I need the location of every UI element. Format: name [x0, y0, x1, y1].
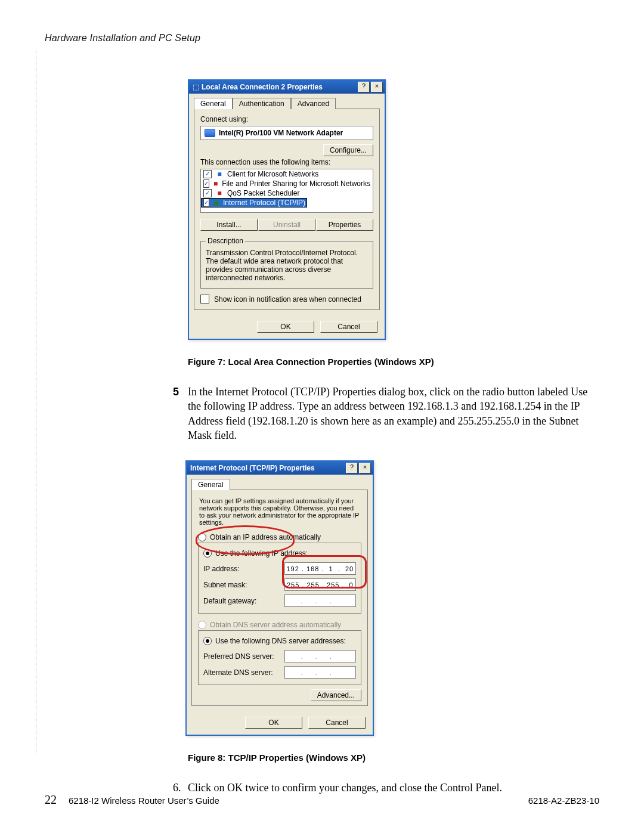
lac-tabpanel: Connect using: Intel(R) Pro/100 VM Netwo… — [194, 109, 380, 310]
tab-authentication[interactable]: Authentication — [233, 98, 291, 109]
radio-use-ip-row[interactable]: Use the following IP address: — [203, 548, 356, 559]
tcpip-ok-button[interactable]: OK — [245, 717, 302, 729]
description-legend: Description — [206, 237, 245, 245]
checkbox-tcpip[interactable]: ✓ — [203, 199, 209, 207]
radio-use-dns-row[interactable]: Use the following DNS server addresses: — [203, 636, 356, 646]
item-client-label: Client for Microsoft Networks — [227, 170, 318, 178]
close-button[interactable]: × — [371, 82, 383, 92]
properties-button[interactable]: Properties — [316, 219, 373, 231]
lac-title: Local Area Connection 2 Properties — [202, 83, 357, 91]
tcpip-close-button[interactable]: × — [359, 463, 371, 473]
tcpip-note: You can get IP settings assigned automat… — [198, 494, 361, 532]
subnet-mask-row: Subnet mask: 255 . 255 . 255 . 0 — [203, 578, 356, 591]
item-tcpip-label: Internet Protocol (TCP/IP) — [223, 199, 305, 207]
radio-use-dns-label: Use the following DNS server addresses: — [215, 637, 346, 645]
list-item-fileprint[interactable]: ✓ ■ File and Printer Sharing for Microso… — [201, 179, 373, 188]
tcpip-icon: ▣ — [213, 199, 219, 207]
item-buttons-row: Install... Uninstall Properties — [200, 219, 373, 231]
checkbox-qos[interactable]: ✓ — [203, 189, 212, 197]
tab-general[interactable]: General — [194, 98, 233, 109]
figure7-caption: Figure 7: Local Area Connection Properti… — [188, 357, 599, 367]
fileprint-icon: ■ — [213, 179, 218, 188]
advanced-button[interactable]: Advanced... — [311, 689, 361, 701]
connection-items-list[interactable]: ✓ ■ Client for Microsoft Networks ✓ ■ Fi… — [200, 169, 373, 213]
step5-paragraph: 5 In the Internet Protocol (TCP/IP) Prop… — [188, 385, 599, 442]
ip-address-label: IP address: — [203, 565, 284, 573]
adapter-field: Intel(R) Pro/100 VM Network Adapter — [200, 126, 373, 140]
alt-dns-input[interactable]: . . . — [284, 666, 356, 679]
list-item-tcpip[interactable]: ✓ ▣ Internet Protocol (TCP/IP) — [201, 198, 307, 208]
item-fileprint-label: File and Printer Sharing for Microsoft N… — [222, 179, 370, 188]
doc-number: 6218-A2-ZB23-10 — [528, 795, 599, 806]
help-button[interactable]: ? — [358, 82, 370, 92]
cancel-button[interactable]: Cancel — [320, 321, 377, 333]
ip-group: Use the following IP address: IP address… — [198, 543, 361, 614]
show-icon-checkbox[interactable] — [200, 295, 209, 304]
step6-text: Click on OK twice to confirm your change… — [188, 782, 502, 794]
pref-dns-input[interactable]: . . . — [284, 650, 356, 662]
step5-text: In the Internet Protocol (TCP/IP) Proper… — [188, 386, 587, 441]
tcpip-help-button[interactable]: ? — [346, 463, 358, 473]
tcpip-cancel-button[interactable]: Cancel — [308, 717, 366, 729]
figure8-caption: Figure 8: TCP/IP Properties (Windows XP) — [188, 753, 599, 763]
nic-icon — [205, 129, 215, 137]
show-icon-label: Show icon in notification area when conn… — [214, 295, 361, 304]
tab-advanced[interactable]: Advanced — [291, 98, 336, 109]
subnet-mask-input[interactable]: 255 . 255 . 255 . 0 — [284, 578, 356, 591]
uses-items-label: This connection uses the following items… — [200, 158, 373, 166]
radio-auto-dns-label: Obtain DNS server address automatically — [210, 621, 341, 629]
configure-button[interactable]: Configure... — [323, 144, 373, 156]
radio-auto-ip-row[interactable]: Obtain an IP address automatically — [198, 532, 361, 543]
lac-titlebar: ⬚ Local Area Connection 2 Properties ? × — [189, 80, 385, 94]
radio-auto-ip-label: Obtain an IP address automatically — [210, 533, 321, 541]
list-item-qos[interactable]: ✓ ■ QoS Packet Scheduler — [201, 188, 373, 198]
list-item-client[interactable]: ✓ ■ Client for Microsoft Networks — [201, 169, 373, 179]
lac-actions: OK Cancel — [189, 315, 385, 339]
radio-auto-dns — [198, 621, 206, 629]
description-text: Transmission Control Protocol/Internet P… — [206, 249, 358, 282]
adapter-name: Intel(R) Pro/100 VM Network Adapter — [219, 129, 343, 137]
network-icon: ⬚ — [193, 83, 199, 91]
tcpip-title: Internet Protocol (TCP/IP) Properties — [190, 464, 345, 472]
radio-use-dns[interactable] — [203, 637, 212, 645]
radio-auto-ip[interactable] — [198, 533, 206, 541]
tcpip-properties-dialog: Internet Protocol (TCP/IP) Properties ? … — [185, 460, 374, 736]
radio-use-ip[interactable] — [203, 549, 212, 558]
description-group: Description Transmission Control Protoco… — [200, 237, 373, 289]
item-qos-label: QoS Packet Scheduler — [227, 189, 299, 197]
uninstall-button: Uninstall — [258, 219, 315, 231]
tcpip-tabpanel: You can get IP settings assigned automat… — [191, 490, 368, 706]
step5-number: 5 — [173, 385, 179, 399]
alt-dns-row: Alternate DNS server: . . . — [203, 666, 356, 679]
lac-properties-dialog: ⬚ Local Area Connection 2 Properties ? ×… — [188, 79, 386, 340]
checkbox-fileprint[interactable]: ✓ — [203, 179, 209, 188]
pref-dns-label: Preferred DNS server: — [203, 652, 284, 661]
page-number: 22 — [45, 793, 57, 807]
default-gateway-row: Default gateway: . . . — [203, 594, 356, 607]
tcpip-tab-general[interactable]: General — [191, 479, 230, 490]
default-gateway-label: Default gateway: — [203, 597, 284, 605]
lac-tabs: General Authentication Advanced — [189, 94, 385, 109]
dns-group: Use the following DNS server addresses: … — [198, 630, 361, 685]
ip-address-row: IP address: 192 . 168 . 1 . 20 — [203, 562, 356, 575]
checkbox-client[interactable]: ✓ — [203, 170, 212, 178]
install-button[interactable]: Install... — [200, 219, 258, 231]
alt-dns-label: Alternate DNS server: — [203, 668, 284, 677]
show-icon-row[interactable]: Show icon in notification area when conn… — [200, 295, 373, 304]
section-header: Hardware Installation and PC Setup — [45, 33, 599, 44]
ok-button[interactable]: OK — [257, 321, 314, 333]
pref-dns-row: Preferred DNS server: . . . — [203, 650, 356, 662]
tcpip-titlebar: Internet Protocol (TCP/IP) Properties ? … — [187, 462, 373, 475]
radio-use-ip-label: Use the following IP address: — [215, 549, 308, 558]
subnet-mask-label: Subnet mask: — [203, 581, 284, 589]
tcpip-actions: OK Cancel — [187, 711, 373, 735]
qos-icon: ■ — [215, 189, 224, 197]
connect-using-label: Connect using: — [200, 115, 373, 123]
tcpip-tabs: General — [187, 475, 373, 490]
left-margin-rule — [36, 51, 36, 753]
guide-title: 6218-I2 Wireless Router User’s Guide — [69, 795, 219, 806]
default-gateway-input[interactable]: . . . — [284, 594, 356, 607]
ip-address-input[interactable]: 192 . 168 . 1 . 20 — [284, 562, 356, 575]
client-icon: ■ — [215, 170, 224, 178]
radio-auto-dns-row: Obtain DNS server address automatically — [198, 620, 361, 630]
